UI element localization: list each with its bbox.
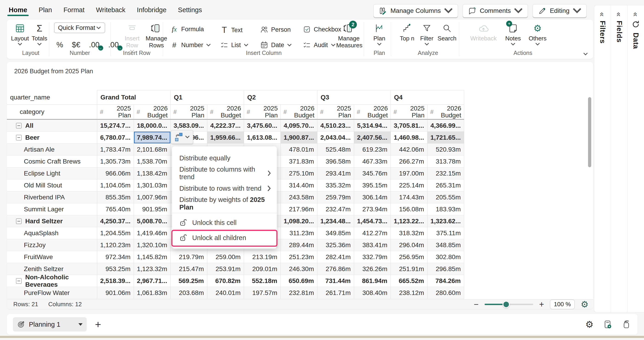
copy-pages-icon[interactable] [622,320,631,329]
quarter-header-q4[interactable]: Q4 [391,90,464,105]
row-label-artisan-ale[interactable]: Artisan Ale [7,143,97,155]
cell-old-mill-stout-6[interactable]: 335.32m [318,180,354,191]
row-label-cosmic-craft-brews[interactable]: Cosmic Craft Brews [7,155,97,167]
cell-cosmic-craft-brews-9[interactable]: 313.78m [428,155,464,167]
cell-artisan-ale-9[interactable]: 520.93m [428,143,464,155]
cell-aquasplash-9[interactable]: 375.11m [428,227,464,239]
cell-hard-seltzer-6[interactable]: 1,234.48... [318,215,354,227]
manage-columns-button[interactable]: Manage Columns [373,4,458,18]
row-label-zenith-seltzer[interactable]: Zenith Seltzer [7,263,97,275]
menu-settings[interactable]: Settings [178,2,202,18]
cell-zenith-seltzer-8[interactable]: 251.91m [391,263,428,275]
cell-zenith-seltzer-5[interactable]: 246.30m [281,263,318,275]
cell-fruitwave-0[interactable]: 972.34m [97,251,134,263]
cell-aquasplash-5[interactable]: 311.23m [281,227,318,239]
cell-artisan-ale-1[interactable]: 2,101.68m [134,143,171,155]
cell-pureflow-water-9[interactable]: 280.60m [428,287,464,299]
currency-format-button[interactable]: $€ [70,40,82,50]
cell-riverbend-ipa-6[interactable]: 259.79m [318,191,354,203]
cell-all-9[interactable]: 4,366.99... [428,120,464,132]
row-label-aquasplash[interactable]: AquaSplash [7,227,97,239]
cell-summit-lager-6[interactable]: 232.47m [318,203,354,215]
cell-eclipse-light-5[interactable]: 275.10m [281,167,318,180]
cell-cosmic-craft-brews-8[interactable]: 266.27m [391,155,428,167]
collapse-row-icon[interactable] [16,135,22,140]
cell-eclipse-light-0[interactable]: 966.06m [97,167,134,180]
cell-beer-7[interactable]: 2,407.56... [354,132,391,143]
zoom-slider-thumb[interactable] [502,301,510,308]
menu-plan[interactable]: Plan [38,2,52,18]
row-label-old-mill-stout[interactable]: Old Mill Stout [7,180,97,191]
cell-eclipse-light-7[interactable]: 345.76m [354,167,391,180]
cell-aquasplash-6[interactable]: 349.85m [318,227,354,239]
cell-pureflow-water-5[interactable]: 232.81m [281,287,318,299]
cell-hard-seltzer-5[interactable]: 1,098.20... [281,215,318,227]
measure-header-grand-total-2025-plan[interactable]: #2025 Plan [97,105,134,120]
cell-hard-seltzer-1[interactable]: 5,008.70... [134,215,171,227]
row-label-all[interactable]: All [7,120,97,132]
cell-fruitwave-4[interactable]: 213.19m [244,251,281,263]
cell-artisan-ale-5[interactable]: 478.01m [281,143,318,155]
cell-beer-1[interactable]: 7,989.74... [134,132,171,143]
cell-all-8[interactable]: 3,705.81... [391,120,428,132]
cell-summit-lager-9[interactable]: 183.93m [428,203,464,215]
cell-summit-lager-5[interactable]: 217.96m [281,203,318,215]
increase-decimal-button[interactable]: .00→ [107,40,120,50]
measure-header-grand-total-2026-budget[interactable]: #2026 Budget [134,105,171,120]
cell-hard-seltzer-8[interactable]: 1,123.22... [391,215,428,227]
cell-non-alcoholic-beverages-5[interactable]: 650.69m [281,275,318,287]
workbook-settings-gear-icon[interactable]: ⚙ [585,320,594,329]
fields-panel-strip[interactable]: « Fields [611,5,628,312]
cell-artisan-ale-6[interactable]: 525.48m [318,143,354,155]
others-button[interactable]: ⚙ Others [526,23,548,46]
cell-fruitwave-5[interactable]: 251.23m [281,251,318,263]
cell-cosmic-craft-brews-7[interactable]: 467.33m [354,155,391,167]
menu-home[interactable]: Home [8,2,28,18]
comments-button[interactable]: Comments [462,4,528,18]
cell-pureflow-water-1[interactable]: 1,061.83m [134,287,171,299]
decrease-decimal-button[interactable]: .00← [88,40,101,50]
zoom-in-button[interactable]: + [539,300,544,308]
cell-old-mill-stout-8[interactable]: 225.14m [391,180,428,191]
cell-non-alcoholic-beverages-3[interactable]: 670.82m [207,275,244,287]
cell-distribute-widget[interactable] [171,130,193,144]
cell-summit-lager-0[interactable]: 765.40m [97,203,134,215]
cell-zenith-seltzer-3[interactable]: 253.91m [207,263,244,275]
cell-old-mill-stout-7[interactable]: 395.15m [354,180,391,191]
cell-old-mill-stout-5[interactable]: 314.40m [281,180,318,191]
cell-old-mill-stout-9[interactable]: 265.31m [428,180,464,191]
cell-aquasplash-7[interactable]: 412.27m [354,227,391,239]
filter-button[interactable]: Filter [419,23,435,46]
measure-header-q1-2026-budget[interactable]: #2026 Budget [207,105,244,120]
cell-all-4[interactable]: 3,475.60... [244,120,281,132]
quarter-header-q1[interactable]: Q1 [171,90,244,105]
cell-aquasplash-1[interactable]: 1,419.46m [134,227,171,239]
editing-mode-button[interactable]: Editing [532,4,587,18]
menu-item-distribute-by-weights-of-2025-plan[interactable]: Distribute by weights of 2025 Plan [172,196,277,211]
cell-beer-6[interactable]: 2,043.04... [318,132,354,143]
collapse-row-icon[interactable] [16,219,22,224]
cell-all-7[interactable]: 5,314.94... [354,120,391,132]
row-label-hard-seltzer[interactable]: Hard Seltzer [7,215,97,227]
cell-pureflow-water-7[interactable]: 308.40m [354,287,391,299]
cell-artisan-ale-7[interactable]: 619.23m [354,143,391,155]
cell-riverbend-ipa-5[interactable]: 243.58m [281,191,318,203]
checkbox-column-button[interactable]: Checkbox [303,25,341,34]
menu-writeback[interactable]: Writeback [96,2,126,18]
cell-zenith-seltzer-0[interactable]: 953.25m [97,263,134,275]
list-column-button[interactable]: List [220,41,248,49]
row-label-eclipse-light[interactable]: Eclipse Light [7,167,97,180]
cell-beer-9[interactable]: 1,721.65... [428,132,464,143]
measure-header-q2-2025-plan[interactable]: #2025 Plan [244,105,281,120]
quarter-header-q2[interactable]: Q2 [244,90,318,105]
collapse-row-icon[interactable] [16,278,22,284]
measure-header-q2-2026-budget[interactable]: #2026 Budget [281,105,318,120]
cell-riverbend-ipa-0[interactable]: 855.35m [97,191,134,203]
audit-column-button[interactable]: Audit [303,41,336,49]
cell-riverbend-ipa-8[interactable]: 174.43m [391,191,428,203]
measure-header-q4-2025-plan[interactable]: #2025 Plan [391,105,428,120]
cell-fizzjoy-7[interactable]: 383.41m [354,239,391,251]
quarter-header-q3[interactable]: Q3 [318,90,391,105]
cell-fizzjoy-8[interactable]: 296.04m [391,239,428,251]
cell-fruitwave-6[interactable]: 282.41m [318,251,354,263]
